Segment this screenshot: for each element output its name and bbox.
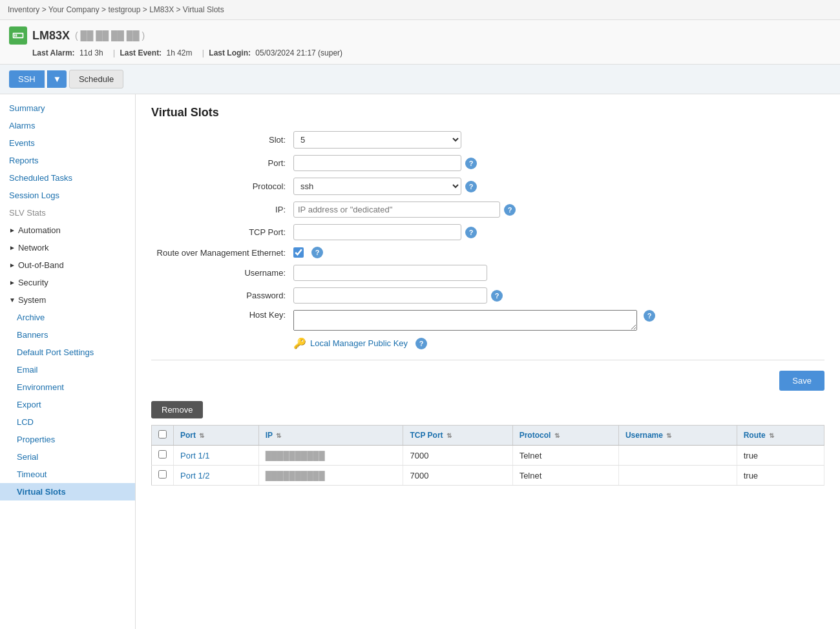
sidebar-group-system[interactable]: ▼ System [0, 291, 135, 309]
row-username-0 [618, 446, 737, 466]
sort-ip-icon[interactable]: ⇅ [276, 432, 281, 439]
virtual-slots-form: Slot: 5 1 2 3 4 6 7 8 Port: [151, 131, 655, 349]
select-all-checkbox[interactable] [158, 430, 167, 438]
ssh-dropdown-button[interactable]: ▼ [47, 70, 67, 88]
row-ip-1: ██████████ [258, 466, 403, 486]
sidebar: Summary Alarms Events Reports Scheduled … [0, 94, 136, 629]
username-control [293, 265, 487, 281]
sidebar-group-out-of-band[interactable]: ► Out-of-Band [0, 256, 135, 274]
page-title: Virtual Slots [151, 106, 824, 119]
sidebar-sub-export[interactable]: Export [0, 396, 135, 413]
password-help-icon[interactable]: ? [491, 290, 503, 302]
port-input[interactable] [293, 155, 461, 171]
device-meta: Last Alarm: 11d 3h | Last Event: 1h 42m … [32, 48, 831, 57]
sidebar-sub-virtual-slots[interactable]: Virtual Slots [0, 483, 135, 500]
row-checkbox-1[interactable] [158, 470, 167, 479]
arrow-icon: ► [9, 262, 16, 269]
sidebar-item-alarms[interactable]: Alarms [0, 117, 135, 134]
arrow-icon: ► [9, 244, 16, 251]
schedule-button[interactable]: Schedule [69, 70, 123, 88]
slot-select[interactable]: 5 1 2 3 4 6 7 8 [293, 131, 461, 149]
sidebar-item-events[interactable]: Events [0, 134, 135, 152]
tcp-port-label: TCP Port: [151, 227, 293, 237]
col-route: Route ⇅ [737, 426, 824, 446]
sort-port-icon[interactable]: ⇅ [199, 432, 204, 439]
slot-control: 5 1 2 3 4 6 7 8 [293, 131, 461, 149]
sort-username-icon[interactable]: ⇅ [666, 432, 671, 439]
protocol-control: ssh telnet raw [293, 178, 461, 195]
tcp-port-input[interactable] [293, 224, 461, 240]
ip-input[interactable] [293, 201, 500, 218]
sidebar-sub-serial[interactable]: Serial [0, 448, 135, 466]
sort-route-icon[interactable]: ⇅ [769, 432, 774, 439]
port-help-icon[interactable]: ? [465, 158, 477, 169]
device-ip: ( ██ ██ ██ ██ ) [75, 30, 145, 41]
tcp-port-row: TCP Port: ? [151, 224, 655, 240]
host-key-row: Host Key: ? [151, 310, 655, 331]
public-key-link[interactable]: Local Manager Public Key [310, 338, 408, 348]
sidebar-sub-properties[interactable]: Properties [0, 431, 135, 448]
public-key-row: 🔑 Local Manager Public Key ? [293, 337, 655, 349]
ssh-button[interactable]: SSH [9, 70, 45, 88]
host-key-help-icon[interactable]: ? [644, 310, 655, 322]
port-link-0[interactable]: Port 1/1 [180, 451, 210, 460]
col-tcp-port: TCP Port ⇅ [403, 426, 512, 446]
port-link-1[interactable]: Port 1/2 [180, 471, 210, 480]
sidebar-sub-archive[interactable]: Archive [0, 309, 135, 326]
col-protocol: Protocol ⇅ [512, 426, 618, 446]
sort-tcp-port-icon[interactable]: ⇅ [446, 432, 452, 439]
ip-value-0: ██████████ [266, 451, 325, 460]
tcp-port-control [293, 224, 461, 240]
sidebar-item-session-logs[interactable]: Session Logs [0, 187, 135, 204]
save-button[interactable]: Save [779, 371, 824, 391]
virtual-slots-table: Port ⇅ IP ⇅ TCP Port ⇅ Protocol [151, 425, 824, 486]
password-label: Password: [151, 291, 293, 300]
route-checkbox[interactable] [293, 247, 304, 258]
username-input[interactable] [293, 265, 487, 281]
last-login-label: Last Login: [209, 48, 251, 57]
sidebar-sub-email[interactable]: Email [0, 361, 135, 378]
tcp-port-help-icon[interactable]: ? [465, 227, 477, 238]
route-help-icon[interactable]: ? [311, 247, 323, 258]
last-event-label: Last Event: [120, 48, 162, 57]
sidebar-sub-environment[interactable]: Environment [0, 378, 135, 396]
ip-row: IP: ? [151, 201, 655, 218]
username-row: Username: [151, 265, 655, 281]
protocol-help-icon[interactable]: ? [465, 181, 477, 192]
remove-button[interactable]: Remove [151, 401, 203, 418]
sidebar-sub-banners[interactable]: Banners [0, 326, 135, 344]
sidebar-sub-timeout[interactable]: Timeout [0, 466, 135, 483]
sidebar-sub-lcd[interactable]: LCD [0, 413, 135, 431]
password-input[interactable] [293, 287, 487, 304]
arrow-icon: ▼ [9, 296, 16, 304]
table-section: Remove Port ⇅ IP ⇅ [151, 401, 824, 486]
select-all-header [152, 426, 174, 446]
row-checkbox-0[interactable] [158, 450, 167, 459]
sort-protocol-icon[interactable]: ⇅ [554, 432, 560, 439]
route-label: Route over Management Ethernet: [151, 248, 293, 258]
sidebar-item-summary[interactable]: Summary [0, 99, 135, 117]
route-row: Route over Management Ethernet: ? [151, 247, 655, 258]
last-alarm-value: 11d 3h [79, 48, 103, 57]
svg-rect-3 [16, 34, 17, 36]
sidebar-item-scheduled-tasks[interactable]: Scheduled Tasks [0, 169, 135, 187]
sidebar-group-automation[interactable]: ► Automation [0, 222, 135, 239]
main-content: Virtual Slots Slot: 5 1 2 3 4 6 7 8 [136, 94, 840, 629]
last-login-value: 05/03/2024 21:17 (super) [255, 48, 342, 57]
protocol-select[interactable]: ssh telnet raw [293, 178, 461, 195]
row-port-1: Port 1/2 [174, 466, 259, 486]
sidebar-group-network[interactable]: ► Network [0, 239, 135, 256]
breadcrumb: Inventory > Your Company > testgroup > L… [0, 0, 840, 20]
row-protocol-1: Telnet [512, 466, 618, 486]
sidebar-sub-default-port-settings[interactable]: Default Port Settings [0, 344, 135, 361]
arrow-icon: ► [9, 279, 16, 286]
sidebar-item-reports[interactable]: Reports [0, 152, 135, 169]
public-key-help-icon[interactable]: ? [415, 338, 427, 349]
svg-rect-2 [14, 34, 16, 36]
port-label: Port: [151, 158, 293, 168]
ip-help-icon[interactable]: ? [504, 204, 516, 216]
col-ip: IP ⇅ [258, 426, 403, 446]
host-key-textarea[interactable] [293, 310, 637, 331]
sidebar-group-security[interactable]: ► Security [0, 274, 135, 291]
main-layout: Summary Alarms Events Reports Scheduled … [0, 94, 840, 629]
